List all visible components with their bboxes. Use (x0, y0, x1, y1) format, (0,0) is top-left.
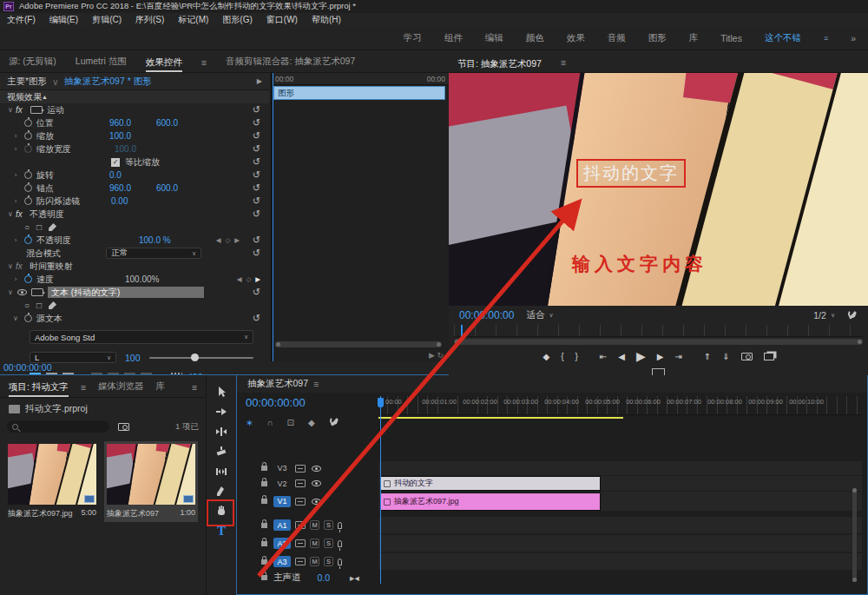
opacity-value[interactable]: 100.0 % (139, 235, 179, 245)
mini-timeline-clip-graphic[interactable]: 图形 (273, 86, 445, 100)
add-keyframe-icon[interactable]: ◇ (225, 236, 230, 244)
reset-icon[interactable]: ↺ (253, 195, 260, 207)
comparison-view-icon[interactable] (764, 353, 774, 360)
param-row-opacity-effect[interactable]: ∨ fx 不透明度 ↺ (0, 208, 269, 221)
workspace-overflow-icon[interactable]: » (851, 33, 856, 43)
uniform-scale-checkbox[interactable]: ✓ (111, 158, 120, 167)
workspace-graphics[interactable]: 图形 (648, 32, 667, 44)
track-target-v1[interactable]: V1 (273, 496, 291, 507)
timeline-playhead-line[interactable] (380, 396, 381, 584)
project-item-jpg[interactable]: 抽象派艺术097.jpg 5:00 (5, 441, 99, 522)
stopwatch-icon[interactable] (24, 197, 32, 205)
pen-mask-icon[interactable] (49, 301, 56, 309)
mini-playhead[interactable] (273, 73, 273, 361)
mini-h-scrollbar[interactable] (275, 341, 442, 347)
video-effects-section-header[interactable]: 视频效果 ▲ (0, 90, 269, 103)
font-size-value[interactable]: 100 (125, 353, 141, 363)
slip-tool-icon[interactable] (215, 466, 227, 478)
tab-libraries[interactable]: 库 (155, 380, 165, 393)
track-select-forward-tool-icon[interactable] (215, 406, 227, 418)
workspace-color[interactable]: 颜色 (526, 32, 544, 44)
workspace-libraries[interactable]: 库 (689, 32, 699, 44)
reset-icon[interactable]: ↺ (253, 287, 260, 298)
anchor-x-value[interactable]: 960.0 (109, 183, 149, 193)
extract-icon[interactable]: ⇓ (722, 352, 729, 361)
menu-sequence[interactable]: 序列(S) (135, 14, 164, 26)
mute-button[interactable]: M (310, 539, 319, 548)
pen-tool-icon[interactable] (215, 486, 227, 498)
solo-button[interactable]: S (324, 539, 333, 548)
ellipse-mask-icon[interactable]: ○ (24, 222, 30, 232)
button-editor-icon[interactable] (652, 368, 665, 375)
rect-mask-icon[interactable]: □ (36, 301, 42, 310)
position-x-value[interactable]: 960.0 (109, 118, 149, 128)
lock-icon[interactable] (261, 466, 267, 471)
ripple-edit-tool-icon[interactable] (215, 426, 227, 438)
go-to-in-icon[interactable]: ⇤ (600, 352, 607, 361)
ellipse-mask-icon[interactable]: ○ (24, 301, 30, 310)
pen-mask-icon[interactable] (49, 223, 56, 231)
blend-mode-dropdown[interactable]: 正常 ∨ (106, 248, 201, 259)
next-keyframe-icon[interactable]: ▶ (234, 236, 240, 244)
tab-lumetri-scopes[interactable]: Lumetri 范围 (76, 56, 127, 68)
text-layer-name[interactable]: 文本 (抖动的文字) (48, 287, 204, 298)
position-y-value[interactable]: 600.0 (156, 118, 196, 128)
param-row-uniform-scale[interactable]: ✓ 等比缩放 ↺ (0, 155, 269, 169)
param-row-speed[interactable]: › 速度 100.00% ◀ ◇ ▶ (0, 273, 269, 286)
font-family-dropdown[interactable]: Adobe Song Std ∨ (30, 330, 253, 344)
master-clip-label[interactable]: 主要*图形 (7, 76, 47, 88)
reset-icon[interactable]: ↺ (253, 104, 260, 116)
lift-icon[interactable]: ⇑ (704, 352, 711, 361)
overlay-title-text[interactable]: 抖动的文字 (576, 159, 686, 188)
speed-value[interactable]: 100.00% (125, 274, 165, 284)
snap-icon[interactable]: ∗ (246, 418, 253, 427)
stopwatch-icon[interactable] (24, 236, 32, 244)
sync-lock-icon[interactable] (295, 521, 306, 529)
effect-controls-timecode[interactable]: 00:00:00:00 (3, 362, 51, 373)
reset-icon[interactable]: ↺ (253, 143, 260, 155)
track-target-a1[interactable]: A1 (273, 519, 291, 531)
clip-image[interactable]: 抽象派艺术097.jpg (380, 493, 601, 511)
zoom-fit-dropdown[interactable]: 适合 ∨ (526, 309, 553, 321)
tab-program-monitor[interactable]: 节目: 抽象派艺术097 (457, 58, 542, 72)
tab-source-monitor[interactable]: 源: (无剪辑) (9, 56, 56, 68)
track-target-v2[interactable]: V2 (273, 478, 291, 489)
step-back-icon[interactable]: ◀ (618, 352, 625, 361)
chevron-down-icon[interactable]: ∨ (52, 76, 59, 87)
tab-media-browser[interactable]: 媒体浏览器 (98, 380, 144, 393)
voiceover-mic-icon[interactable] (338, 522, 342, 529)
program-timecode[interactable]: 00:00:00:00 (459, 309, 514, 321)
param-row-antiflicker[interactable]: › 防闪烁滤镜 0.00 ↺ (0, 195, 269, 208)
program-panel-menu-icon[interactable]: ≡ (561, 57, 566, 68)
twirl-icon[interactable]: › (10, 275, 21, 283)
lock-icon[interactable] (261, 575, 267, 580)
project-item-sequence[interactable]: 抽象派艺术097 1:00 (104, 441, 198, 522)
stopwatch-icon[interactable] (24, 119, 32, 127)
reset-icon[interactable]: ↺ (253, 117, 260, 129)
scale-value[interactable]: 100.0 (109, 131, 149, 141)
antiflicker-value[interactable]: 0.00 (111, 196, 151, 206)
track-target-v3[interactable]: V3 (273, 463, 291, 474)
param-row-source-text[interactable]: ∨ 源文本 ↺ (0, 312, 269, 325)
anchor-y-value[interactable]: 600.0 (156, 183, 196, 193)
workspace-titles[interactable]: Titles (720, 33, 742, 43)
linked-selection-icon[interactable]: ∩ (266, 418, 273, 427)
param-row-opacity-value[interactable]: › 不透明度 100.0 % ◀ ◇ ▶ ↺ (0, 234, 269, 247)
workspace-effects[interactable]: 效果 (567, 32, 585, 44)
stopwatch-icon[interactable] (24, 275, 32, 283)
tab-project[interactable]: 项目: 抖动文字 (9, 381, 69, 397)
timeline-timecode[interactable]: 00:00:00:00 (246, 396, 306, 409)
mini-timeline-ruler[interactable]: 00:00 00:00 (272, 73, 449, 85)
menu-edit[interactable]: 编辑(E) (49, 14, 78, 26)
effect-controls-panel-menu-icon[interactable]: ≡ (201, 57, 207, 68)
stopwatch-icon[interactable] (24, 171, 32, 179)
rotation-value[interactable]: 0.0 (109, 170, 149, 180)
sync-lock-icon[interactable] (295, 558, 306, 565)
workspace-audio[interactable]: 音频 (608, 32, 626, 44)
track-target-a2[interactable]: A2 (273, 538, 291, 549)
twirl-icon[interactable]: › (10, 236, 21, 244)
param-row-rotation[interactable]: › 旋转 0.0 ↺ (0, 169, 269, 182)
next-keyframe-icon[interactable]: ▶ (255, 275, 260, 283)
solo-button[interactable]: S (324, 557, 333, 566)
menu-markers[interactable]: 标记(M) (178, 14, 208, 26)
